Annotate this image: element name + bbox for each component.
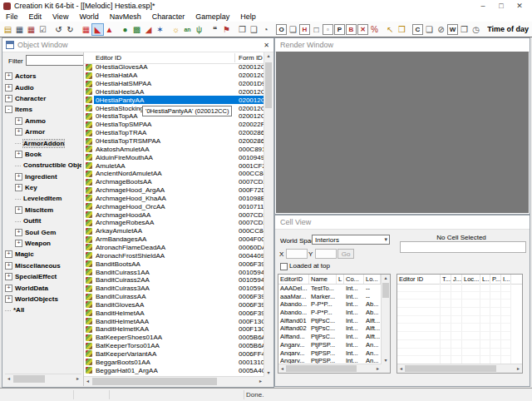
tree-expander-icon[interactable]: + — [5, 262, 12, 270]
close-button[interactable]: ✕ — [510, 0, 529, 12]
object-list-row[interactable]: 0HestiaTopSMPAA020022FB — [84, 121, 264, 129]
column-header-l[interactable]: L — [337, 275, 344, 284]
column-header-j[interactable]: J... — [451, 275, 462, 284]
tree-expander-icon[interactable]: + — [5, 250, 12, 258]
tree-item-ammo[interactable]: +Ammo — [5, 116, 81, 126]
toggle-havok-icon[interactable]: H — [299, 24, 310, 35]
column-header-t[interactable]: T... — [441, 275, 451, 284]
object-list-row[interactable]: 0HestiaTopTRSMPAA02002861 — [84, 137, 264, 146]
tree-item-character[interactable]: +Character — [5, 93, 81, 104]
column-header-loc[interactable]: Loc... — [462, 275, 480, 284]
toggle-sound-markers-icon[interactable]: % — [369, 24, 380, 35]
column-header-p[interactable]: P... — [490, 275, 501, 284]
toggle-disabled-icon[interactable]: ⊘ — [436, 24, 446, 35]
tree-item-outfit[interactable]: Outfit — [5, 215, 81, 226]
cell-row[interactable]: Abando...P-P*P...Int...Ab... — [278, 308, 390, 316]
cells-vscrollbar[interactable]: ▴ ▾ — [381, 275, 390, 364]
tree-item-actors[interactable]: +Actors — [5, 71, 81, 82]
object-list-row[interactable]: 0HestiaGlovesAA020012CA — [84, 63, 264, 72]
object-list-row[interactable]: ArchmageBootsAA0007CD25 — [84, 178, 264, 186]
cell-row[interactable]: Alftand01PtjPsC...Int...Alft... — [278, 316, 390, 324]
tree-hscrollbar[interactable]: ◂ ▸ — [5, 374, 81, 384]
toggle-lights-icon[interactable]: ☼ — [170, 24, 181, 35]
preferences-icon[interactable]: ☑ — [37, 24, 48, 35]
undo-icon[interactable]: ↺ — [53, 24, 64, 35]
x-coordinate-input[interactable] — [286, 249, 308, 259]
scroll-up-icon[interactable]: ▴ — [264, 52, 273, 60]
list-vscrollbar[interactable]: ▴ ▾ — [264, 52, 273, 377]
object-list-row[interactable]: ArmBandagesAA0004F001 — [84, 235, 264, 244]
object-list-row[interactable]: 0HestiaTopTRAA02002860 — [84, 129, 264, 137]
toggle-water-icon[interactable]: W — [447, 24, 458, 35]
tree-item-audio[interactable]: +Audio — [5, 82, 81, 92]
tree-expander-icon[interactable]: + — [5, 84, 12, 92]
toggle-cube-icon[interactable]: □ — [311, 24, 322, 35]
object-list-row[interactable]: BanditCuirass3AA0010594E — [84, 285, 264, 293]
toggle-collision-icon[interactable]: C — [412, 24, 423, 35]
tree-item-soul-gem[interactable]: +Soul Gem — [5, 226, 81, 237]
toggle-objects-icon[interactable]: O — [276, 24, 287, 35]
cell-row[interactable]: Alftand...PtjPsC...Int...Alft... — [278, 332, 390, 340]
render-window-titlebar[interactable]: Render Window — [275, 38, 530, 52]
object-list-row[interactable]: ArchmageHoodAA0007CD26 — [84, 210, 264, 219]
scroll-right-icon[interactable]: ▸ — [74, 374, 81, 384]
filter-input[interactable] — [26, 55, 92, 66]
list-hscrollbar[interactable]: ◂ ▸ — [84, 376, 264, 386]
tree-expander-icon[interactable]: + — [5, 295, 12, 303]
object-list-row[interactable]: 0HestiaHatSMPAA02001D97 — [84, 80, 264, 88]
object-list-row[interactable]: ArkayAmuletAA000CC847 — [84, 227, 264, 235]
minimize-button[interactable]: – — [474, 0, 492, 12]
reset-render-icon[interactable]: ◔ — [260, 24, 271, 35]
tree-item-items[interactable]: -Items — [5, 104, 81, 115]
tree-expander-icon[interactable]: + — [15, 206, 22, 214]
form-id-column-header[interactable]: Form ID — [239, 54, 263, 62]
object-list-row[interactable]: BatKeeperVariantAA0006FF41 — [84, 350, 264, 359]
column-header-editorid[interactable]: EditorID — [278, 275, 309, 284]
object-list-row[interactable]: BatKeeperShoes01AA0005B6A5 — [84, 334, 264, 342]
scroll-left-icon[interactable]: ◂ — [397, 364, 405, 373]
column-header-i[interactable]: I... — [501, 275, 511, 284]
object-list-row[interactable]: ArchmageRobesAA0007CD24 — [84, 219, 264, 227]
scroll-left-icon[interactable]: ◂ — [278, 364, 286, 373]
tree-item-all[interactable]: *All — [5, 304, 81, 315]
object-list-row[interactable]: BanditCuirassAA0006F392 — [84, 293, 264, 301]
scroll-down-icon[interactable]: ▾ — [382, 357, 390, 364]
toggle-frame-icon[interactable]: ▫ — [323, 24, 333, 35]
object-list-row[interactable]: BanditHelmetAAA000F13CF — [84, 317, 264, 325]
scrollbar-thumb[interactable] — [382, 283, 389, 298]
heightmap-edit-icon[interactable]: ◢ — [143, 24, 154, 35]
object-list-row[interactable]: BanditHelmetAA0006F39D — [84, 309, 264, 317]
tree-item-worlddata[interactable]: +WorldData — [5, 282, 81, 293]
tree-item-specialeffect[interactable]: +SpecialEffect — [5, 271, 81, 282]
render-viewport[interactable] — [276, 52, 529, 213]
tree-expander-icon[interactable]: + — [5, 95, 12, 102]
menu-item-gameplay[interactable]: Gameplay — [195, 12, 229, 21]
object-window-titlebar[interactable]: Object Window ✕ — [2, 38, 273, 52]
snap-to-connect-points-icon[interactable]: ▲ — [104, 24, 115, 35]
menu-item-character[interactable]: Character — [152, 12, 185, 21]
toggle-occlusion-icon[interactable]: ❏ — [424, 24, 435, 35]
column-header-lo[interactable]: Lo... — [364, 275, 381, 284]
tree-expander-icon[interactable]: + — [15, 229, 22, 236]
cell-row[interactable]: aaaMar...Marker...Int...-- — [278, 292, 390, 300]
object-list-row[interactable]: 0HestiaPantyAA020012CC — [84, 96, 264, 104]
snap-to-grid-icon[interactable]: ▦ — [81, 24, 91, 35]
cell-row[interactable]: Angarv...PtjPSP...Int...An... — [278, 340, 390, 349]
toggle-navmesh-window-icon[interactable]: ❐ — [459, 24, 470, 35]
object-list-row[interactable]: AmuletAA0001CF27 — [84, 161, 264, 170]
toggle-window-icon[interactable]: ❏ — [288, 24, 298, 35]
y-coordinate-input[interactable] — [315, 249, 337, 259]
toggle-light-markers-icon[interactable]: ❒ — [397, 24, 407, 35]
save-icon[interactable]: ▦ — [14, 24, 25, 35]
open-icon[interactable]: ▤ — [2, 24, 13, 35]
tree-item-book[interactable]: +Book — [5, 149, 81, 160]
object-list-row[interactable]: ArchmageHood_KhaAA001098B6 — [84, 195, 264, 203]
scrollbar-thumb[interactable] — [405, 365, 496, 372]
tree-item-armoraddon[interactable]: ArmorAddon — [5, 137, 81, 148]
editor-id-column-header[interactable]: Editor ID — [96, 54, 121, 62]
current-time-icon[interactable]: ◷ — [470, 24, 481, 35]
scroll-right-icon[interactable]: ▸ — [515, 364, 522, 373]
light-picker-icon[interactable]: ↖ — [385, 24, 396, 35]
menu-item-file[interactable]: File — [6, 12, 18, 21]
data-icon[interactable]: ▦ — [26, 24, 37, 35]
